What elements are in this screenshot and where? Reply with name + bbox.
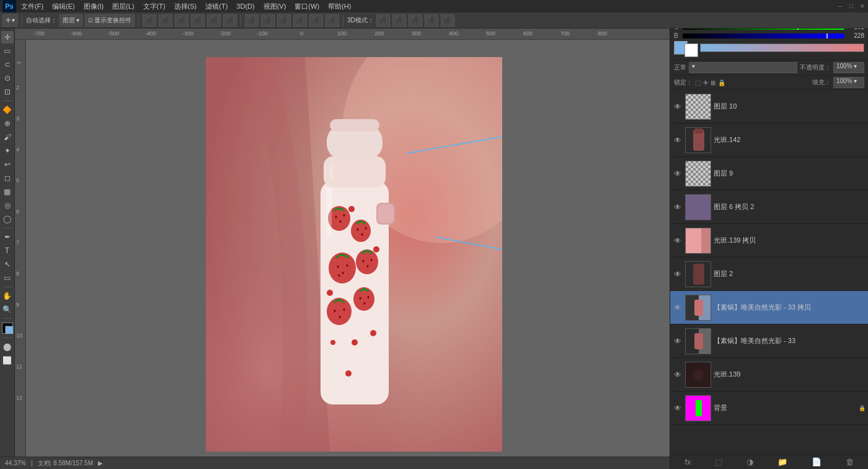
layer-new-btn[interactable]: 📄 <box>809 456 824 468</box>
stamp-tool[interactable]: ✦ <box>1 145 14 157</box>
distribute-1-btn[interactable]: ⬛ <box>245 14 259 27</box>
3d-mode-btn5[interactable]: ⬛ <box>441 14 454 27</box>
align-bottom-btn[interactable]: ⬛ <box>223 14 237 27</box>
menu-help[interactable]: 帮助(H) <box>324 1 355 12</box>
zoom-tool[interactable]: 🔍 <box>1 303 14 316</box>
3d-mode-btn2[interactable]: ⬛ <box>392 14 406 27</box>
distribute-4-btn[interactable]: ⬛ <box>293 14 307 27</box>
eyedropper-tool[interactable]: 🔶 <box>1 104 14 116</box>
layer-item-layer-10[interactable]: 👁图层 10 <box>670 90 868 123</box>
svg-text:5: 5 <box>16 177 19 184</box>
history-brush-tool[interactable]: ↩ <box>1 158 14 171</box>
menu-select[interactable]: 选择(S) <box>170 1 201 12</box>
menu-layer[interactable]: 图层(L) <box>108 1 138 12</box>
layer-item-layer-guangban-139-copy[interactable]: 👁光班.139 拷贝 <box>670 224 868 257</box>
screen-mode-btn[interactable]: ⬜ <box>1 354 14 367</box>
layer-mask-btn[interactable]: ⬚ <box>712 456 725 468</box>
layer-item-layer-6-copy-2[interactable]: 👁图层 6 拷贝 2 <box>670 190 868 224</box>
brush-tool[interactable]: 🖌 <box>1 131 14 143</box>
foreground-color[interactable] <box>2 323 13 334</box>
layer-item-layer-guangban-142[interactable]: 👁光班.142 <box>670 123 868 157</box>
layer-item-layer-2[interactable]: 👁图层 2 <box>670 257 868 291</box>
layer-eye-layer-suoguo-33[interactable]: 👁 <box>673 336 683 346</box>
layer-item-layer-suoguo-33-copy[interactable]: 👁【素锅】唯美自然光影 - 33 拷贝 <box>670 291 868 324</box>
align-middle-btn[interactable]: ⬛ <box>207 14 221 27</box>
distribute-3-btn[interactable]: ⬛ <box>277 14 291 27</box>
menu-filter[interactable]: 滤镜(T) <box>202 1 231 12</box>
heal-tool[interactable]: ⊕ <box>1 117 14 130</box>
align-left-btn[interactable]: ⬛ <box>143 14 156 27</box>
layer-item-layer-bg[interactable]: 👁背景🔒 <box>670 391 868 425</box>
lock-pixel-btn[interactable]: ⬚ <box>695 79 701 86</box>
auto-select-dropdown[interactable]: 图层 ▾ <box>60 14 82 27</box>
layer-adjustment-btn[interactable]: ◑ <box>744 456 756 468</box>
text-tool[interactable]: T <box>1 244 14 257</box>
layer-item-layer-suoguo-33[interactable]: 👁【素锅】唯美自然光影 - 33 <box>670 324 868 358</box>
quick-select-tool[interactable]: ⊙ <box>1 72 14 84</box>
layer-eye-layer-guangban-142[interactable]: 👁 <box>673 135 683 145</box>
dodge-tool[interactable]: ◯ <box>1 213 14 225</box>
align-center-btn[interactable]: ⬛ <box>159 14 172 27</box>
menu-window[interactable]: 窗口(W) <box>291 1 323 12</box>
canvas-area[interactable] <box>26 40 670 457</box>
layer-eye-layer-guangban-139-copy[interactable]: 👁 <box>673 236 683 246</box>
align-top-btn[interactable]: ⬛ <box>191 14 205 27</box>
menu-3d[interactable]: 3D(D) <box>232 1 258 11</box>
svg-text:0: 0 <box>300 30 303 37</box>
gradient-tool[interactable]: ▦ <box>1 185 14 198</box>
align-right-btn[interactable]: ⬛ <box>175 14 188 27</box>
status-arrow-btn[interactable]: ▶ <box>98 460 103 467</box>
b-slider[interactable] <box>683 34 844 38</box>
eraser-tool[interactable]: ◻ <box>1 172 14 184</box>
layer-eye-layer-2[interactable]: 👁 <box>673 269 683 279</box>
quick-mask-btn[interactable]: ⬤ <box>1 341 14 353</box>
distribute-6-btn[interactable]: ⬛ <box>326 14 339 27</box>
close-button[interactable]: ✕ <box>858 2 867 11</box>
lock-artboard-btn[interactable]: ⊞ <box>711 79 715 86</box>
layer-eye-layer-guangban-139[interactable]: 👁 <box>673 370 683 380</box>
marquee-tool[interactable]: ▭ <box>1 45 14 57</box>
layer-item-layer-9[interactable]: 👁图层 9 <box>670 157 868 190</box>
lock-all-btn[interactable]: 🔒 <box>718 79 725 86</box>
layer-group-btn[interactable]: 📁 <box>775 456 790 468</box>
layer-eye-layer-suoguo-33-copy[interactable]: 👁 <box>673 303 683 313</box>
move-tool[interactable]: ✛ <box>1 31 14 43</box>
path-select-tool[interactable]: ↖ <box>1 258 14 270</box>
distribute-2-btn[interactable]: ⬛ <box>261 14 275 27</box>
distribute-5-btn[interactable]: ⬛ <box>309 14 323 27</box>
opacity-label: 不透明度： <box>800 63 831 72</box>
layer-eye-layer-9[interactable]: 👁 <box>673 169 683 179</box>
layer-eye-layer-6-copy-2[interactable]: 👁 <box>673 202 683 212</box>
menu-image[interactable]: 图像(I) <box>80 1 107 12</box>
blur-tool[interactable]: ◎ <box>1 199 14 212</box>
layer-fx-btn[interactable]: fx <box>682 456 693 468</box>
hand-tool[interactable]: ✋ <box>1 290 14 302</box>
show-transform-btn[interactable]: ☑ 显示变换控件 <box>85 14 135 27</box>
mode-dropdown[interactable]: ▾ <box>689 62 797 73</box>
menu-view[interactable]: 视图(V) <box>260 1 290 12</box>
pen-tool[interactable]: ✒ <box>1 231 14 243</box>
layer-eye-layer-10[interactable]: 👁 <box>673 102 683 112</box>
crop-tool[interactable]: ⊡ <box>1 86 14 98</box>
menu-file[interactable]: 文件(F) <box>17 1 47 12</box>
fill-dropdown[interactable]: 100% ▾ <box>833 77 864 88</box>
lasso-tool[interactable]: ⊂ <box>1 58 14 71</box>
svg-point-40 <box>335 216 337 218</box>
3d-mode-btn3[interactable]: ⬛ <box>409 14 422 27</box>
shape-tool[interactable]: ▭ <box>1 272 14 284</box>
maximize-button[interactable]: □ <box>847 2 856 11</box>
menu-text[interactable]: 文字(T) <box>140 1 169 12</box>
layer-eye-layer-bg[interactable]: 👁 <box>673 403 683 413</box>
3d-mode-btn[interactable]: ⬛ <box>376 14 390 27</box>
move-tool-btn[interactable]: ✛ ▾ <box>2 14 18 27</box>
layer-item-layer-guangban-139[interactable]: 👁光班.139 <box>670 358 868 391</box>
layer-list[interactable]: 👁图层 10👁光班.142👁图层 9👁图层 6 拷贝 2👁光班.139 拷贝👁图… <box>670 90 868 454</box>
3d-mode-btn4[interactable]: ⬛ <box>425 14 438 27</box>
minimize-button[interactable]: ─ <box>836 2 844 11</box>
opacity-dropdown[interactable]: 100% ▾ <box>833 62 864 73</box>
separator-2 <box>138 15 139 26</box>
lock-position-btn[interactable]: ✛ <box>703 79 708 86</box>
menu-edit[interactable]: 编辑(E) <box>48 1 79 12</box>
background-color-swatch[interactable] <box>684 43 698 57</box>
layer-delete-btn[interactable]: 🗑 <box>843 456 856 468</box>
